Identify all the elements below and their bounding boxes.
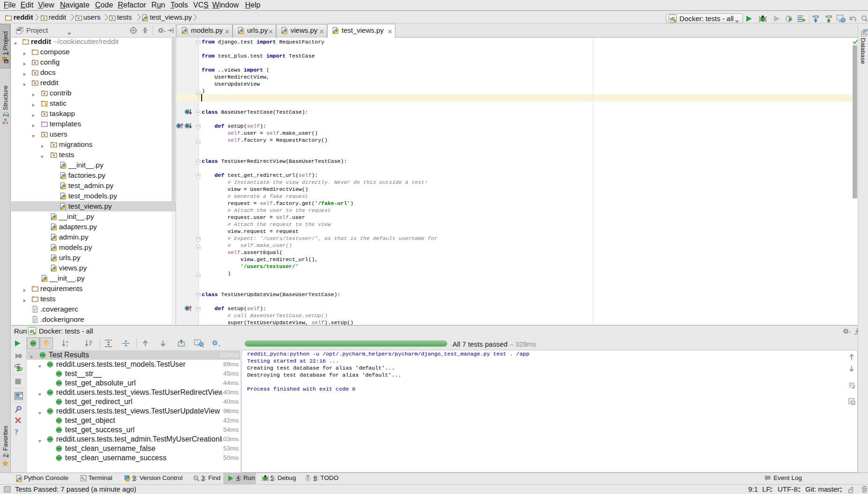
svg-text:OK: OK: [57, 456, 61, 459]
svg-text:OK: OK: [57, 447, 61, 450]
svg-text:OK: OK: [48, 391, 52, 394]
svg-text:OK: OK: [57, 381, 61, 385]
svg-text:VCS: VCS: [812, 15, 819, 18]
svg-text:OK: OK: [57, 400, 61, 403]
svg-text:OK: OK: [57, 428, 61, 431]
svg-text:OK: OK: [48, 363, 52, 366]
svg-text:di: di: [29, 328, 34, 334]
svg-text:OK: OK: [40, 353, 45, 356]
svg-text:OK: OK: [48, 437, 52, 441]
svg-text:di: di: [670, 16, 675, 22]
svg-text:OK: OK: [57, 419, 61, 422]
svg-text:z: z: [66, 343, 68, 348]
svg-text:OK: OK: [57, 372, 61, 375]
svg-text:OK: OK: [31, 341, 36, 345]
svg-text:OK: OK: [48, 409, 52, 413]
svg-text:VCS: VCS: [825, 15, 832, 18]
